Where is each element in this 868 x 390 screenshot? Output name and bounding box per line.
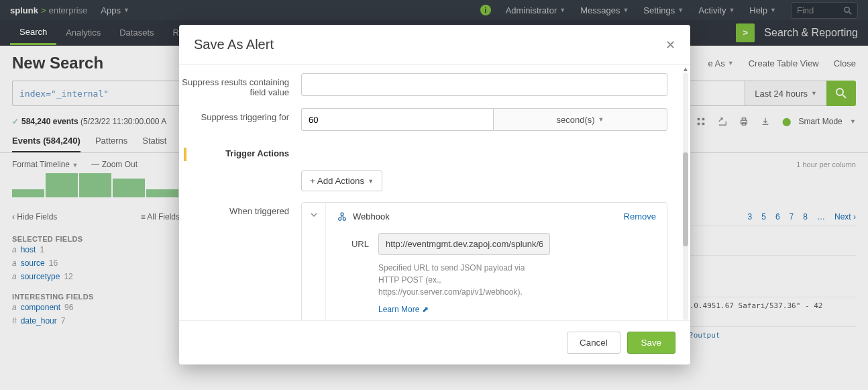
scroll-thumb[interactable]	[683, 152, 688, 246]
suppress-for-unit-dropdown[interactable]: second(s)▼	[493, 108, 667, 131]
modal-header: Save As Alert ✕	[179, 25, 690, 65]
url-label: URL	[337, 239, 369, 249]
scrollbar[interactable]: ▲	[682, 65, 689, 320]
suppress-for-value-input[interactable]	[301, 108, 493, 131]
trigger-actions-header: Trigger Actions	[179, 142, 301, 165]
webhook-action-box: Webhook Remove URL Specified URL to send…	[301, 202, 667, 320]
scroll-up-arrow-icon[interactable]: ▲	[682, 65, 689, 72]
chevron-down-icon	[310, 211, 318, 219]
modal-footer: Cancel Save	[179, 320, 690, 364]
close-icon[interactable]: ✕	[665, 38, 675, 52]
external-link-icon: ⬈	[422, 305, 429, 314]
webhook-title-label: Webhook	[353, 211, 390, 222]
add-actions-button[interactable]: + Add Actions▼	[301, 170, 382, 191]
learn-more-link[interactable]: Learn More⬈	[337, 298, 429, 314]
caret-down-icon: ▼	[368, 178, 374, 185]
url-help-text: Specified URL to send JSON payload via H…	[337, 255, 538, 298]
cancel-button[interactable]: Cancel	[567, 332, 620, 354]
webhook-icon	[337, 211, 347, 222]
save-button[interactable]: Save	[627, 332, 675, 354]
save-as-alert-modal: Save As Alert ✕ ▲ Suppress results conta…	[179, 25, 690, 364]
suppress-results-input[interactable]	[301, 73, 667, 96]
svg-point-13	[341, 213, 343, 215]
collapse-toggle[interactable]	[302, 203, 326, 320]
remove-action-link[interactable]: Remove	[624, 211, 656, 222]
webhook-url-input[interactable]	[378, 233, 550, 255]
suppress-for-label: Suppress triggering for	[179, 108, 301, 122]
modal-body: ▲ Suppress results containing field valu…	[179, 65, 690, 320]
modal-edge-marker	[184, 148, 186, 161]
modal-title: Save As Alert	[194, 37, 274, 52]
suppress-results-label: Suppress results containing field value	[179, 73, 301, 97]
when-triggered-label: When triggered	[179, 202, 301, 216]
caret-down-icon: ▼	[598, 116, 604, 123]
